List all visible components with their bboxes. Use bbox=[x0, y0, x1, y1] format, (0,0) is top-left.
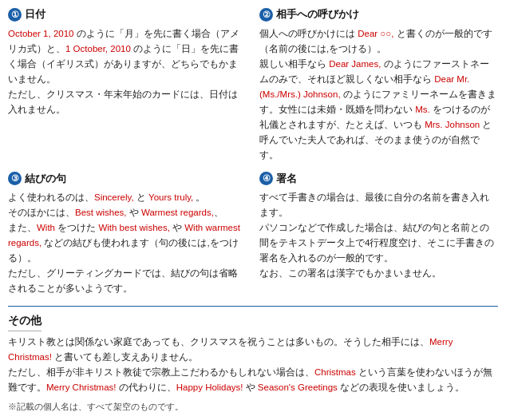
section-1-text-2: のように「日」を先に書く場合（イギリス式）がありますが、どちらでもかまいません。… bbox=[8, 44, 239, 114]
sonota-text-6: などの表現を使いましょう。 bbox=[338, 382, 464, 392]
sonota-text-4: の代わりに、 bbox=[117, 382, 176, 392]
sonota-section: その他 キリスト教とは関係ない家庭であっても、クリスマスを祝うことは多いもの。そ… bbox=[8, 306, 498, 414]
section-1: ① 日付 October 1, 2010 のように「月」を先に書く場合（アメリカ… bbox=[8, 6, 247, 163]
section-2-highlight-2: Dear James, bbox=[329, 59, 381, 69]
section-3-num: ③ bbox=[8, 172, 22, 185]
section-1-highlight-1: October 1, 2010 bbox=[8, 29, 73, 38]
section-3-highlight-4: Warmest regards, bbox=[141, 208, 214, 217]
section-2-text-1: 個人への呼びかけには bbox=[259, 29, 358, 38]
note-text: ※記載の個人名は、すべて架空のものです。 bbox=[8, 400, 498, 414]
section-3-text-6: をつけた bbox=[55, 223, 98, 232]
section-3-text-7: や bbox=[170, 223, 184, 232]
section-2-highlight-1: Dear ○○, bbox=[358, 29, 393, 38]
section-2-num: ② bbox=[259, 8, 273, 22]
section-2-label: 相手への呼びかけ bbox=[276, 6, 359, 23]
section-1-title: ① 日付 bbox=[8, 6, 247, 23]
section-3-highlight-6: With best wishes, bbox=[98, 223, 169, 232]
sonota-highlight-5: Season's Greetings bbox=[258, 382, 338, 392]
section-3-text-2: と bbox=[134, 192, 148, 202]
section-3-label: 結びの句 bbox=[25, 171, 66, 188]
section-1-highlight-2: 1 October, 2010 bbox=[65, 44, 131, 53]
section-3-highlight-5: With bbox=[37, 223, 55, 232]
sonota-title: その他 bbox=[8, 311, 42, 331]
section-1-body: October 1, 2010 のように「月」を先に書く場合（アメリカ式）と、1… bbox=[8, 26, 247, 117]
section-3: ③ 結びの句 よく使われるのは、Sincerely, と Yours truly… bbox=[8, 171, 247, 297]
section-4-num: ④ bbox=[259, 172, 273, 185]
section-3-highlight-1: Sincerely, bbox=[94, 192, 134, 202]
section-2: ② 相手への呼びかけ 個人への呼びかけには Dear ○○, と書くのが一般的で… bbox=[259, 6, 498, 163]
section-2-highlight-4: Ms. bbox=[415, 105, 430, 114]
section-divider bbox=[8, 306, 498, 307]
section-4-title: ④ 署名 bbox=[259, 171, 498, 188]
section-4: ④ 署名 すべて手書きの場合は、最後に自分の名前を書き入れます。パソコンなどで作… bbox=[259, 171, 498, 297]
section-3-title: ③ 結びの句 bbox=[8, 171, 247, 188]
sonota-highlight-3: Merry Christmas! bbox=[46, 382, 117, 392]
section-3-text-1: よく使われるのは、 bbox=[8, 192, 94, 202]
section-1-num: ① bbox=[8, 8, 22, 22]
sonota-text-5: や bbox=[243, 382, 257, 392]
section-2-body: 個人への呼びかけには Dear ○○, と書くのが一般的です（名前の後には,をつ… bbox=[259, 26, 498, 163]
sonota-text-1: キリスト教とは関係ない家庭であっても、クリスマスを祝うことは多いもの。そうした相… bbox=[8, 337, 429, 347]
sonota-text-2: と書いても差し支えありません。ただし、相手が非キリスト教徒で宗教上こだわるかもし… bbox=[8, 352, 314, 377]
section-2-highlight-5: Mrs. Johnson bbox=[425, 120, 480, 129]
section-2-title: ② 相手への呼びかけ bbox=[259, 6, 498, 23]
section-4-text-1: すべて手書きの場合は、最後に自分の名前を書き入れます。パソコンなどで作成した場合… bbox=[259, 192, 494, 278]
section-1-label: 日付 bbox=[25, 6, 45, 23]
sonota-body: キリスト教とは関係ない家庭であっても、クリスマスを祝うことは多いもの。そうした相… bbox=[8, 335, 498, 395]
sonota-highlight-2: Christmas bbox=[314, 367, 356, 377]
section-3-text-8: などの結びも使われます（句の後には,をつける）。ただし、グリーティングカードでは… bbox=[8, 238, 239, 293]
section-3-body: よく使われるのは、Sincerely, と Yours truly, 。そのほか… bbox=[8, 190, 247, 296]
section-3-highlight-2: Yours truly, bbox=[148, 192, 193, 202]
section-3-text-4: や bbox=[127, 208, 141, 217]
section-4-body: すべて手書きの場合は、最後に自分の名前を書き入れます。パソコンなどで作成した場合… bbox=[259, 190, 498, 281]
section-3-highlight-3: Best wishes, bbox=[75, 208, 127, 217]
sonota-highlight-4: Happy Holidays! bbox=[176, 382, 243, 392]
section-4-label: 署名 bbox=[276, 171, 297, 188]
